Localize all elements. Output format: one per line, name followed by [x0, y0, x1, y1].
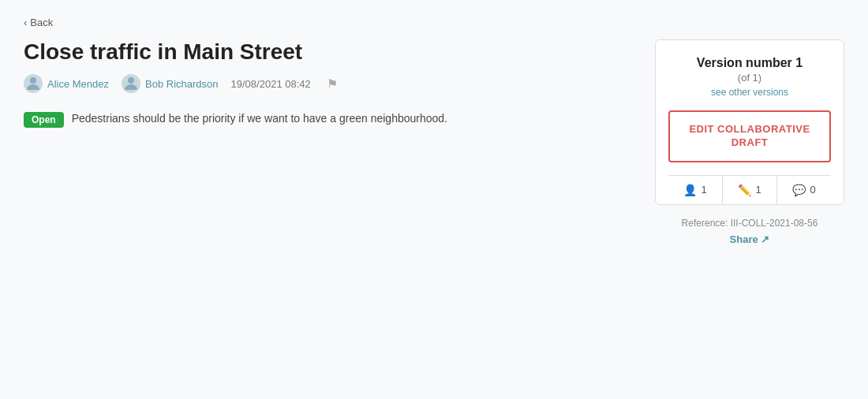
stat-edits: ✏️ 1: [723, 176, 777, 204]
proposal-section: Open Pedestrians should be the priority …: [24, 112, 631, 128]
sidebar: Version number 1 (of 1) see other versio…: [655, 39, 844, 245]
content-area: Close traffic in Main Street Alice Mende…: [24, 39, 631, 245]
svg-point-1: [128, 77, 134, 84]
flag-icon: ⚑: [327, 76, 338, 91]
edits-count: 1: [755, 184, 761, 196]
stats-row: 👤 1 ✏️ 1 💬 0: [668, 175, 831, 204]
comments-count: 0: [810, 184, 815, 196]
avatar-bob: [122, 74, 140, 93]
share-label: Share: [730, 233, 758, 245]
back-arrow: ‹: [24, 17, 27, 28]
author-alice-name: Alice Mendez: [47, 78, 109, 90]
edits-icon: ✏️: [738, 184, 751, 196]
contributors-count: 1: [701, 184, 706, 196]
contributors-icon: 👤: [683, 184, 697, 196]
main-layout: Close traffic in Main Street Alice Mende…: [24, 39, 844, 245]
stat-contributors: 👤 1: [668, 176, 723, 204]
timestamp: 19/08/2021 08:42: [231, 78, 311, 90]
version-subtitle: (of 1): [668, 72, 831, 84]
share-link[interactable]: Share ↗: [655, 233, 844, 245]
page-title: Close traffic in Main Street: [24, 39, 631, 65]
reference-text: Reference: III-COLL-2021-08-56: [655, 218, 844, 229]
author-bob: Bob Richardson: [122, 74, 219, 93]
svg-point-0: [30, 77, 36, 84]
back-link[interactable]: ‹ Back: [24, 17, 53, 28]
see-other-versions-link[interactable]: see other versions: [668, 87, 831, 98]
back-label: Back: [30, 17, 53, 28]
status-badge: Open: [24, 112, 64, 128]
author-bob-name: Bob Richardson: [145, 78, 219, 90]
page-container: ‹ Back Close traffic in Main Street Alic…: [0, 0, 868, 261]
version-card: Version number 1 (of 1) see other versio…: [655, 39, 844, 205]
version-title: Version number 1: [668, 56, 831, 70]
edit-collaborative-draft-button[interactable]: EDIT COLLABORATIVE DRAFT: [668, 110, 831, 162]
authors-row: Alice Mendez Bob Richardson 19/08/2021 0…: [24, 74, 631, 93]
avatar-alice: [24, 74, 43, 93]
author-alice: Alice Mendez: [24, 74, 109, 93]
stat-comments: 💬 0: [777, 176, 831, 204]
comments-icon: 💬: [792, 184, 806, 196]
share-arrow-icon: ↗: [761, 233, 769, 245]
proposal-text: Pedestrians should be the priority if we…: [72, 112, 447, 125]
